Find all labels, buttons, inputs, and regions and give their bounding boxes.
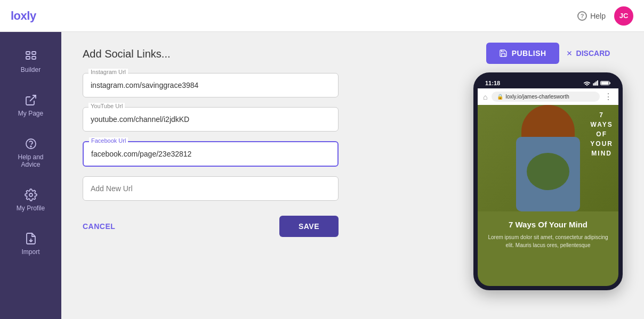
avatar-initials: JC <box>619 12 629 20</box>
browser-menu-icon: ⋮ <box>604 92 613 102</box>
discard-label: DISCARD <box>576 49 610 58</box>
add-new-field-group <box>83 176 431 201</box>
youtube-input-wrapper: YouTube Url <box>83 107 339 132</box>
svg-rect-0 <box>26 52 30 54</box>
svg-rect-14 <box>596 81 597 85</box>
phone-time: 11:18 <box>485 80 500 86</box>
sidebar-item-builder[interactable]: Builder <box>7 43 55 81</box>
help-button[interactable]: ? Help <box>577 11 606 21</box>
header-right: ? Help JC <box>577 6 633 26</box>
svg-point-7 <box>29 193 33 197</box>
svg-rect-15 <box>597 80 598 85</box>
facebook-input-wrapper: Facebook Url <box>83 141 339 167</box>
svg-rect-1 <box>32 52 36 54</box>
add-new-wrapper <box>83 176 339 201</box>
sidebar-item-my-profile[interactable]: My Profile <box>7 181 55 219</box>
phone-book-info: 7 Ways Of Your Mind Lorem ipsum dolor si… <box>478 211 618 258</box>
phone-book-title: 7 Ways Of Your Mind <box>486 220 610 229</box>
save-icon <box>499 49 508 58</box>
publish-label: PUBLISH <box>512 49 546 58</box>
youtube-label: YouTube Url <box>88 103 125 109</box>
phone-content: 7WAYSOFYOURMIND 7 Ways Of Your Mind Lore… <box>478 105 618 286</box>
person-figure <box>511 105 585 211</box>
header: loxly ? Help JC <box>0 0 644 32</box>
action-bar: PUBLISH DISCARD <box>463 43 633 64</box>
svg-rect-3 <box>32 56 36 59</box>
plant <box>527 153 569 190</box>
publish-button[interactable]: PUBLISH <box>486 43 559 64</box>
right-panel: PUBLISH DISCARD 11:18 <box>452 32 644 319</box>
help-label: Help <box>590 12 606 20</box>
phone-mockup: 11:18 <box>473 72 623 290</box>
youtube-input[interactable] <box>91 112 331 127</box>
lock-icon: 🔒 <box>497 94 503 100</box>
svg-point-6 <box>30 146 31 147</box>
instagram-input-wrapper: Instagram Url <box>83 73 339 97</box>
instagram-field-group: Instagram Url <box>83 73 431 97</box>
close-icon <box>566 50 573 57</box>
save-button[interactable]: SAVE <box>279 216 339 237</box>
sidebar-item-import-label: Import <box>21 248 39 256</box>
instagram-label: Instagram Url <box>88 69 128 75</box>
svg-rect-13 <box>594 83 595 85</box>
page-title: Add Social Links... <box>83 48 431 60</box>
cancel-button[interactable]: CANCEL <box>83 222 115 231</box>
phone-status-bar: 11:18 <box>478 77 618 88</box>
sidebar-item-my-page-label: My Page <box>18 110 43 117</box>
battery-icon <box>600 80 611 86</box>
sidebar-item-import[interactable]: Import <box>7 225 55 263</box>
svg-line-4 <box>30 95 36 101</box>
instagram-input[interactable] <box>91 78 331 93</box>
svg-point-11 <box>586 85 587 86</box>
facebook-input[interactable] <box>91 146 330 161</box>
svg-rect-18 <box>601 82 609 85</box>
help-circle-icon: ? <box>577 11 587 21</box>
svg-rect-17 <box>609 83 610 84</box>
external-link-icon <box>25 94 37 107</box>
url-bar: 🔒 loxly.io/james-charlesworth <box>492 92 600 102</box>
grid-icon <box>25 50 37 63</box>
sidebar-item-help-label: Help and Advice <box>12 153 50 168</box>
facebook-label: Facebook Url <box>89 137 128 144</box>
logo: loxly <box>11 9 36 23</box>
help-circle-icon <box>25 137 37 150</box>
logo-text: loxly <box>11 9 36 22</box>
phone-url: loxly.io/james-charlesworth <box>505 94 569 100</box>
phone-book-description: Lorem ipsum dolor sit amet, consectetur … <box>486 233 610 249</box>
sidebar-item-my-profile-label: My Profile <box>17 205 45 212</box>
sidebar-item-builder-label: Builder <box>21 66 41 73</box>
sidebar: Builder My Page Help and Advice <box>0 32 61 319</box>
youtube-field-group: YouTube Url <box>83 107 431 132</box>
book-cover-area: 7WAYSOFYOURMIND <box>478 105 618 211</box>
browser-home-icon: ⌂ <box>483 93 487 101</box>
book-title-overlay: 7WAYSOFYOURMIND <box>590 110 613 158</box>
wifi-icon <box>583 80 591 86</box>
file-import-icon <box>25 232 37 245</box>
phone-browser-bar: ⌂ 🔒 loxly.io/james-charlesworth ⋮ <box>478 88 618 105</box>
layout: Builder My Page Help and Advice <box>0 32 644 319</box>
facebook-field-group: Facebook Url <box>83 141 431 167</box>
discard-button[interactable]: DISCARD <box>566 43 610 64</box>
settings-icon <box>25 189 37 201</box>
main-content: Add Social Links... Instagram Url YouTub… <box>61 32 452 319</box>
form-actions: CANCEL SAVE <box>83 216 339 237</box>
add-new-input[interactable] <box>91 181 331 196</box>
signal-icon <box>593 80 598 86</box>
sidebar-item-help-and-advice[interactable]: Help and Advice <box>7 130 55 176</box>
avatar[interactable]: JC <box>614 6 633 26</box>
status-icons <box>583 80 611 86</box>
sidebar-item-my-page[interactable]: My Page <box>7 86 55 125</box>
svg-rect-2 <box>26 56 30 59</box>
svg-rect-12 <box>593 84 594 85</box>
